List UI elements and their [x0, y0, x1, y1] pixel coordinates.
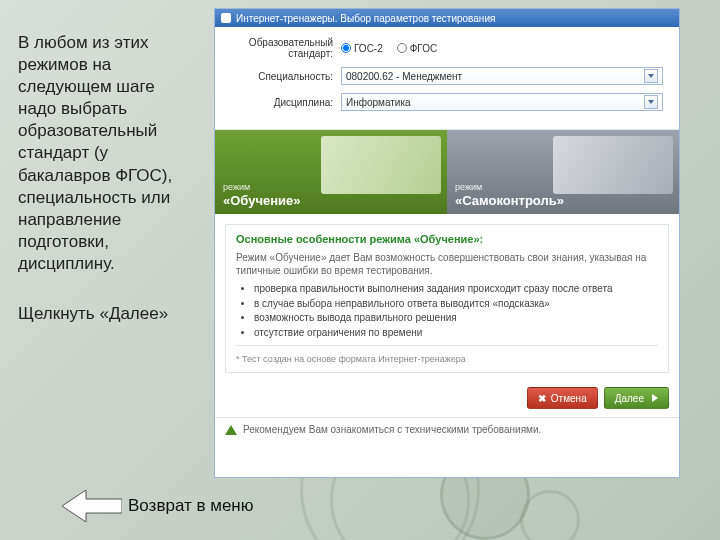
specialty-select[interactable]: 080200.62 - Менеджмент	[341, 67, 663, 85]
mode-selfcontrol[interactable]: режим «Самоконтроль»	[447, 130, 679, 214]
mode-selfcontrol-image	[553, 136, 673, 194]
tech-requirements-note[interactable]: Рекомендуем Вам ознакомиться с техническ…	[215, 417, 679, 441]
radio-fgos-input[interactable]	[397, 43, 407, 53]
cancel-button[interactable]: ✖ Отмена	[527, 387, 598, 409]
mode-learning[interactable]: режим «Обучение»	[215, 130, 447, 214]
standard-radios: ГОС-2 ФГОС	[341, 43, 437, 54]
mode-tiles: режим «Обучение» режим «Самоконтроль»	[215, 130, 679, 214]
list-item: проверка правильности выполнения задания…	[254, 283, 658, 296]
arrow-left-icon	[62, 490, 122, 522]
features-intro: Режим «Обучение» дает Вам возможность со…	[236, 251, 658, 277]
svg-marker-0	[62, 490, 122, 522]
mode-selfcontrol-label: «Самоконтроль»	[455, 193, 564, 208]
radio-gos2[interactable]: ГОС-2	[341, 43, 383, 54]
list-item: в случае выбора неправильного ответа выв…	[254, 298, 658, 311]
form-area: Образовательный стандарт: ГОС-2 ФГОС Спе…	[215, 27, 679, 127]
title-bar: Интернет-тренажеры. Выбор параметров тес…	[215, 9, 679, 27]
list-item: отсутствие ограничения по времени	[254, 327, 658, 340]
specialty-label: Специальность:	[231, 71, 341, 82]
discipline-value: Информатика	[346, 97, 411, 108]
radio-gos2-input[interactable]	[341, 43, 351, 53]
features-title: Основные особенности режима «Обучение»:	[236, 233, 658, 245]
discipline-select[interactable]: Информатика	[341, 93, 663, 111]
mode-learning-label: «Обучение»	[223, 193, 301, 208]
instruction-para-2: Щелкнуть «Далее»	[18, 303, 188, 325]
warning-icon	[225, 425, 237, 435]
instruction-text: В любом из этих режимов на следующем шаг…	[18, 32, 188, 325]
chevron-down-icon	[644, 95, 658, 109]
close-icon: ✖	[538, 393, 546, 404]
back-label: Возврат в меню	[128, 496, 254, 516]
tech-note-text: Рекомендуем Вам ознакомиться с техническ…	[243, 424, 541, 435]
chevron-down-icon	[644, 69, 658, 83]
instruction-para-1: В любом из этих режимов на следующем шаг…	[18, 32, 188, 275]
window-title: Интернет-тренажеры. Выбор параметров тес…	[236, 13, 495, 24]
discipline-label: Дисциплина:	[231, 97, 341, 108]
app-window: Интернет-тренажеры. Выбор параметров тес…	[214, 8, 680, 478]
back-to-menu-link[interactable]: Возврат в меню	[62, 490, 254, 522]
standard-label: Образовательный стандарт:	[231, 37, 341, 59]
list-item: возможность вывода правильного решения	[254, 312, 658, 325]
app-icon	[221, 13, 231, 23]
next-button[interactable]: Далее	[604, 387, 669, 409]
features-list: проверка правильности выполнения задания…	[236, 283, 658, 339]
features-footnote: * Тест создан на основе формата Интернет…	[236, 354, 658, 364]
mode-learning-image	[321, 136, 441, 194]
features-panel: Основные особенности режима «Обучение»: …	[225, 224, 669, 373]
radio-fgos[interactable]: ФГОС	[397, 43, 437, 54]
button-row: ✖ Отмена Далее	[215, 383, 679, 417]
specialty-value: 080200.62 - Менеджмент	[346, 71, 462, 82]
